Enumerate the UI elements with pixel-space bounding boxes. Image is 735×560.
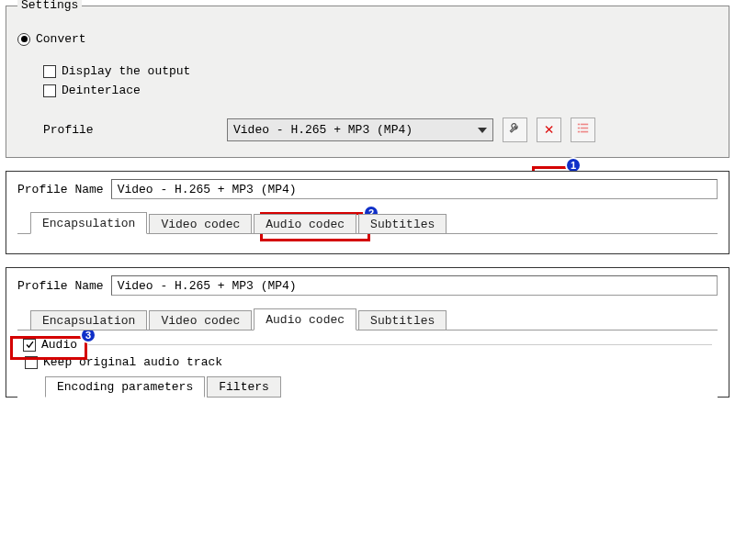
wrench-icon: [508, 121, 522, 139]
deinterlace-row[interactable]: Deinterlace: [43, 84, 718, 97]
codec-tabs: Encapsulation Video codec Audio codec Su…: [30, 212, 718, 234]
audio-checkbox[interactable]: [23, 339, 36, 352]
tab-encapsulation[interactable]: Encapsulation: [30, 310, 147, 330]
chevron-down-icon: [478, 128, 487, 133]
settings-panel: Settings Convert Display the output Dein…: [6, 6, 729, 158]
display-output-label: Display the output: [62, 64, 190, 78]
subtab-filters[interactable]: Filters: [207, 376, 281, 398]
svg-rect-0: [578, 124, 580, 126]
tab-subtitles[interactable]: Subtitles: [358, 310, 447, 330]
subtab-encoding-params[interactable]: Encoding parameters: [45, 376, 205, 398]
tab-encapsulation[interactable]: Encapsulation: [30, 212, 147, 234]
svg-rect-4: [578, 131, 580, 133]
svg-rect-3: [581, 128, 588, 129]
deinterlace-label: Deinterlace: [62, 84, 141, 97]
convert-radio-row[interactable]: Convert: [17, 32, 718, 46]
profile-dropdown-value: Video - H.265 + MP3 (MP4): [233, 123, 413, 137]
audio-checkbox-label: Audio: [41, 338, 77, 352]
tab-audio-codec[interactable]: Audio codec: [254, 214, 356, 234]
profile-line: Profile Video - H.265 + MP3 (MP4) ✕: [17, 118, 718, 142]
tab-video-codec[interactable]: Video codec: [149, 214, 252, 234]
profile-name-label: Profile Name: [17, 279, 104, 293]
convert-label: Convert: [36, 32, 86, 46]
edit-profile-button[interactable]: [503, 118, 527, 142]
close-icon: ✕: [544, 122, 553, 138]
profile-dialog-2: Profile Name Video - H.265 + MP3 (MP4) E…: [6, 267, 729, 398]
new-profile-button[interactable]: [571, 118, 595, 142]
display-output-checkbox[interactable]: [43, 65, 56, 78]
convert-radio[interactable]: [17, 33, 30, 46]
delete-profile-button[interactable]: ✕: [537, 118, 561, 142]
audio-checkbox-row[interactable]: Audio: [23, 338, 712, 352]
settings-legend: Settings: [17, 0, 82, 12]
tab-subtitles[interactable]: Subtitles: [358, 214, 447, 234]
keep-original-row[interactable]: Keep original audio track: [25, 355, 712, 369]
keep-original-checkbox[interactable]: [25, 356, 38, 369]
profile-label: Profile: [43, 123, 227, 137]
list-icon: [577, 122, 589, 138]
profile-name-input[interactable]: Video - H.265 + MP3 (MP4): [111, 179, 718, 199]
keep-original-label: Keep original audio track: [43, 355, 222, 369]
deinterlace-checkbox[interactable]: [43, 84, 56, 97]
tab-audio-codec[interactable]: Audio codec: [254, 308, 356, 330]
display-output-row[interactable]: Display the output: [43, 64, 718, 78]
profile-dialog-1: Profile Name Video - H.265 + MP3 (MP4) E…: [6, 171, 729, 254]
svg-rect-2: [578, 128, 580, 129]
profile-dropdown[interactable]: Video - H.265 + MP3 (MP4): [227, 118, 493, 141]
encoding-subtabs: Encoding parameters Filters: [45, 376, 712, 398]
svg-rect-1: [581, 124, 588, 126]
profile-name-label: Profile Name: [17, 183, 104, 196]
svg-rect-5: [581, 131, 588, 133]
profile-name-input[interactable]: Video - H.265 + MP3 (MP4): [111, 275, 718, 296]
codec-tabs: Encapsulation Video codec Audio codec Su…: [30, 308, 718, 330]
tab-video-codec[interactable]: Video codec: [149, 310, 252, 330]
